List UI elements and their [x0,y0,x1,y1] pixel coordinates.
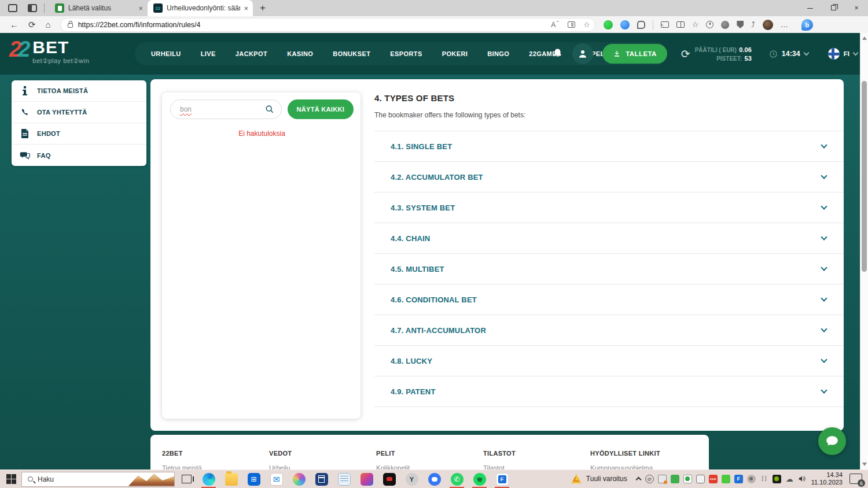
camera-tray-icon[interactable] [747,475,756,483]
onedrive-tray-icon[interactable]: ☁ [785,475,794,483]
task-view-button[interactable] [182,475,192,483]
ccu-tray-icon[interactable]: ccu [709,475,718,483]
accordion-chain[interactable]: 4.4. CHAIN [374,223,844,254]
notifications-bell-icon[interactable] [552,47,563,61]
taskbar-search[interactable]: Haku [21,472,175,487]
tab-close-icon[interactable]: × [138,4,143,13]
workspaces-icon[interactable] [8,4,17,12]
nav-kasino[interactable]: KASINO [287,50,313,57]
accordion-multibet[interactable]: 4.5. MULTIBET [374,254,844,284]
address-bar[interactable]: https://22bet.com/fi/information/rules/4… [60,18,595,32]
nav-bingo[interactable]: BINGO [487,50,509,57]
chat-tray-icon[interactable] [722,475,730,483]
accordion-patent[interactable]: 4.9. PATENT [374,376,844,407]
cast-icon[interactable] [661,21,669,28]
reading-list-icon[interactable] [568,21,575,28]
taskbar-weather[interactable]: Tuuli varoitus [571,474,627,483]
cookie-extension-icon[interactable] [637,21,645,29]
accordion-system-bet[interactable]: 4.3. SYSTEM BET [374,193,844,223]
taskbar-whatsapp[interactable]: ✆ [446,470,468,488]
accordion-single-bet[interactable]: 4.1. SINGLE BET [374,131,844,162]
network-tray-icon[interactable]: ⸾⸾ [760,475,768,483]
nav-live[interactable]: LIVE [201,50,216,57]
window-minimize-button[interactable] [799,4,822,12]
balance-widget[interactable]: ⟳ PÄÄTILI ( EUR) 0.06 PISTEET: 53 [681,45,752,62]
url-text[interactable]: https://22bet.com/fi/information/rules/4 [78,21,551,29]
settings-more-icon[interactable]: … [781,20,788,29]
22bet-logo[interactable]: 22 BET bet②play bet②win [9,39,89,65]
scrollbar-thumb[interactable] [862,81,867,272]
taskbar-calculator[interactable] [310,470,333,488]
new-tab-button[interactable]: + [260,2,266,14]
taskbar-paint3d[interactable] [288,470,310,488]
vertical-tabs-icon[interactable] [28,4,37,12]
search-highlight-image[interactable] [121,472,174,486]
update-tray-icon[interactable]: @ [645,475,654,483]
collections-icon[interactable]: ☆ [692,20,699,29]
read-aloud-icon[interactable]: A⌃ [551,20,560,29]
rules-search-input[interactable]: bon [170,99,282,119]
taskbar-office[interactable] [355,470,378,488]
window-close-button[interactable]: × [845,4,868,12]
accordion-conditional-bet[interactable]: 4.6. CONDITIONAL BET [374,284,844,315]
page-scrollbar[interactable] [860,33,868,469]
reload-icon[interactable]: ⟳ [28,20,36,30]
nav-bonukset[interactable]: BONUKSET [333,50,370,57]
account-avatar[interactable] [572,43,593,64]
privacy-shield-icon[interactable] [737,21,744,28]
taskbar-notepad[interactable] [333,470,355,488]
home-icon[interactable]: ⌂ [46,20,51,29]
nav-esports[interactable]: ESPORTS [390,50,422,57]
taskbar-mail[interactable]: ✉ [265,470,288,488]
time-selector[interactable]: 14:34 [769,50,808,58]
nvidia-tray-icon[interactable] [773,475,781,483]
tray-clock[interactable]: 14.34 11.10.2023 [811,471,843,486]
taskbar-clock-app[interactable]: Y [400,470,423,488]
live-chat-button[interactable] [818,427,846,455]
history-icon[interactable] [706,21,713,28]
taskbar-spotify[interactable] [468,470,491,488]
taskbar-messages[interactable] [423,470,446,488]
defender-tray-icon[interactable] [683,475,692,483]
accordion-anti-accumulator[interactable]: 4.7. ANTI-ACCUMULATOR [374,315,844,346]
split-screen-icon[interactable] [676,21,685,28]
window-restore-button[interactable] [822,4,845,12]
tray-expand-icon[interactable] [635,477,641,483]
refresh-balance-icon[interactable]: ⟳ [681,47,690,61]
accordion-lucky[interactable]: 4.8. LUCKY [374,346,844,376]
language-selector[interactable]: FI [828,48,858,60]
share-icon[interactable]: ⤴ [751,20,755,29]
browser-profile-avatar[interactable] [763,20,773,30]
sidebar-item-tietoa-meista[interactable]: TIETOA MEISTÄ [12,80,146,102]
nav-urheilu[interactable]: URHEILU [151,50,181,57]
taskbar-share-app[interactable]: F [491,470,513,488]
volume-tray-icon[interactable] [798,475,807,483]
scroll-up-icon[interactable] [862,36,867,40]
password-extension-icon[interactable] [721,21,729,29]
taskbar-store[interactable]: ⊞ [242,470,265,488]
start-button[interactable] [6,474,16,484]
sidebar-item-faq[interactable]: FAQ [12,145,146,166]
accordion-accumulator-bet[interactable]: 4.2. ACCUMULATOR BET [374,162,844,193]
deposit-button[interactable]: TALLETA [602,44,667,64]
plugin-tray-icon[interactable] [671,475,679,483]
tab-close-icon[interactable]: × [244,4,248,13]
phone-link-tray-icon[interactable] [696,475,705,483]
adblock-extension-icon[interactable] [604,20,613,29]
taskbar-edge[interactable] [197,470,220,488]
sidebar-item-ehdot[interactable]: EHDOT [12,123,146,145]
tab-lahetavalitus[interactable]: Lähetä valitus × [49,0,148,16]
tab-rules-active[interactable]: 22 Urheiluvedonlyönti: säännöt, ter × [148,0,253,16]
shazam-extension-icon[interactable] [620,20,630,29]
show-all-button[interactable]: NÄYTÄ KAIKKI [288,99,354,119]
mail-notify-tray-icon[interactable] [658,475,667,483]
copilot-icon[interactable]: b [801,19,813,31]
share-tray-icon[interactable]: F [734,475,743,483]
nav-jackpot[interactable]: JACKPOT [236,50,267,57]
sidebar-item-ota-yhteytta[interactable]: OTA YHTEYTTÄ [12,102,146,123]
favorite-star-icon[interactable]: ☆ [583,20,590,29]
action-center-button[interactable]: 6 [849,474,862,484]
taskbar-screen-recorder[interactable] [378,470,400,488]
scroll-down-icon[interactable] [862,463,867,466]
search-icon[interactable] [265,105,274,114]
